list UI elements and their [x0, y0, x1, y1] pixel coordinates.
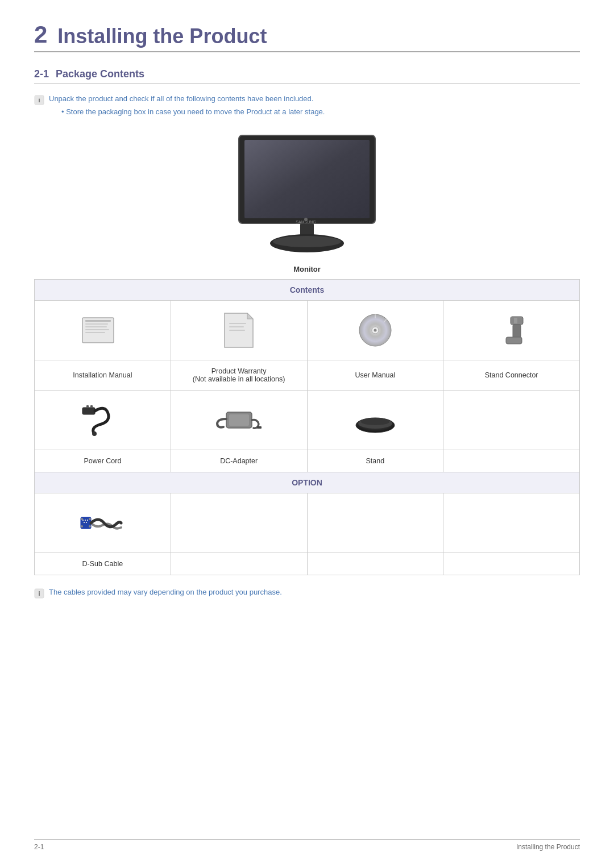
user-manual-image	[312, 308, 439, 353]
table-cell-user-manual-img	[307, 301, 443, 360]
table-header-option: OPTION	[35, 472, 580, 493]
svg-rect-44	[84, 522, 85, 523]
svg-rect-42	[85, 520, 86, 521]
table-cell-option-label-empty-2	[307, 553, 443, 575]
notes-block: i Unpack the product and check if all of…	[34, 94, 580, 116]
svg-rect-43	[87, 520, 88, 521]
footer-note: i The cables provided may vary depending…	[34, 588, 580, 599]
table-cell-power-cord-img	[35, 391, 171, 450]
table-cell-stand-connector-img	[443, 301, 580, 360]
section-number: 2-1	[34, 68, 49, 80]
stand-image	[312, 397, 439, 443]
svg-point-49	[89, 525, 91, 528]
svg-rect-32	[90, 405, 93, 408]
svg-point-33	[92, 431, 97, 436]
table-cell-empty-label	[443, 450, 580, 472]
footer-left: 2-1	[34, 843, 44, 851]
table-row-option-labels: D-Sub Cable	[35, 553, 580, 575]
svg-rect-19	[229, 326, 244, 327]
svg-text:i: i	[38, 97, 40, 103]
page-footer: 2-1 Installing the Product	[34, 839, 580, 851]
cd-icon	[355, 310, 395, 350]
table-row-labels-1: Installation Manual Product Warranty(Not…	[35, 360, 580, 391]
svg-point-8	[273, 236, 341, 247]
page-header: 2 Installing the Product	[34, 23, 580, 47]
monitor-label: Monitor	[293, 265, 321, 273]
note-icon-1: i	[34, 95, 44, 105]
svg-rect-20	[229, 330, 245, 331]
svg-point-39	[361, 418, 389, 425]
option-header-label: OPTION	[35, 472, 580, 493]
svg-point-46	[81, 518, 83, 520]
table-cell-installation-manual-img	[35, 301, 171, 360]
footer-note-icon: i	[34, 588, 44, 599]
dsub-cable-image	[39, 500, 166, 546]
svg-rect-12	[85, 323, 108, 325]
svg-rect-35	[229, 414, 249, 426]
contents-table: Contents	[34, 279, 580, 575]
stand-connector-image	[448, 308, 575, 353]
table-header-contents: Contents	[35, 280, 580, 301]
svg-text:i: i	[38, 590, 40, 597]
table-cell-user-manual-label: User Manual	[307, 360, 443, 391]
svg-rect-11	[85, 320, 111, 322]
svg-rect-18	[229, 323, 246, 324]
table-cell-dsub-img	[35, 493, 171, 553]
installation-manual-image	[39, 308, 166, 353]
svg-rect-28	[506, 337, 522, 344]
table-cell-stand-img	[307, 391, 443, 450]
svg-rect-36	[257, 426, 262, 429]
note-sub-1: Store the packaging box in case you need…	[61, 107, 580, 116]
table-row-images-2	[35, 391, 580, 450]
svg-point-23	[374, 329, 376, 332]
monitor-image: SAMSUNG	[222, 130, 392, 260]
table-cell-power-cord-label: Power Cord	[35, 450, 171, 472]
table-cell-dc-adapter-label: DC-Adapter	[171, 450, 307, 472]
stand-connector-icon	[489, 312, 534, 349]
svg-point-47	[81, 525, 83, 528]
table-cell-warranty-label: Product Warranty(Not available in all lo…	[171, 360, 307, 391]
table-cell-option-empty-1	[171, 493, 307, 553]
table-cell-option-empty-3	[443, 493, 580, 553]
installation-manual-icon	[80, 313, 125, 347]
table-cell-empty	[443, 391, 580, 450]
note-item-1: i Unpack the product and check if all of…	[34, 94, 580, 105]
warranty-icon	[219, 310, 259, 350]
table-row-images-1	[35, 301, 580, 360]
svg-rect-6	[300, 223, 314, 236]
table-cell-option-label-empty-3	[443, 553, 580, 575]
table-cell-warranty-img	[171, 301, 307, 360]
note-text-1: Unpack the product and check if all of t…	[49, 94, 313, 103]
svg-rect-29	[514, 318, 517, 323]
table-cell-dsub-label: D-Sub Cable	[35, 553, 171, 575]
monitor-container: SAMSUNG Monitor	[34, 130, 580, 273]
svg-rect-30	[82, 408, 95, 414]
section-title: Package Contents	[56, 68, 144, 80]
chapter-title: Installing the Product	[57, 26, 267, 47]
svg-rect-13	[85, 326, 107, 327]
svg-rect-4	[244, 140, 370, 218]
stand-icon	[352, 405, 398, 436]
dc-adapter-image	[176, 397, 302, 443]
header-divider	[34, 51, 580, 52]
contents-header-label: Contents	[35, 280, 580, 301]
table-cell-installation-manual-label: Installation Manual	[35, 360, 171, 391]
table-row-option-images	[35, 493, 580, 553]
table-cell-stand-connector-label: Stand Connector	[443, 360, 580, 391]
svg-rect-14	[85, 329, 109, 330]
dc-adapter-icon	[215, 402, 263, 439]
power-cord-image	[39, 397, 166, 443]
table-row-labels-2: Power Cord DC-Adapter Stand	[35, 450, 580, 472]
footer-note-text: The cables provided may vary depending o…	[49, 588, 282, 596]
warranty-sublabel: (Not available in all locations)	[193, 375, 285, 383]
svg-marker-17	[247, 313, 253, 319]
power-cord-icon	[80, 402, 125, 439]
chapter-number: 2	[34, 23, 47, 47]
svg-rect-31	[86, 405, 89, 408]
warranty-image	[176, 308, 302, 353]
footer-right: Installing the Product	[516, 843, 580, 851]
table-cell-stand-label: Stand	[307, 450, 443, 472]
table-cell-option-empty-2	[307, 493, 443, 553]
table-cell-option-label-empty-1	[171, 553, 307, 575]
dsub-cable-icon	[78, 505, 127, 542]
